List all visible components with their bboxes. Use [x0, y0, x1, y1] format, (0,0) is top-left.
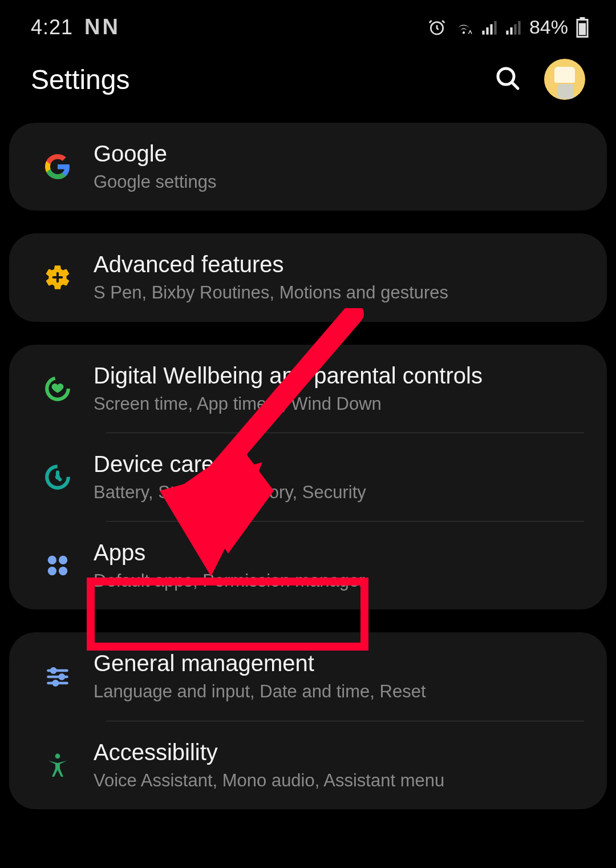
device-care-icon: [32, 463, 83, 491]
svg-rect-8: [518, 21, 520, 34]
row-subtitle: Voice Assistant, Mono audio, Assistant m…: [94, 769, 578, 792]
row-title: General management: [94, 649, 578, 677]
settings-row-accessibility[interactable]: Accessibility Voice Assistant, Mono audi…: [9, 721, 607, 809]
settings-content: Google Google settings Advanced features…: [0, 123, 616, 809]
signal-icon-2: [505, 19, 521, 35]
svg-rect-5: [506, 30, 508, 34]
svg-point-17: [59, 556, 67, 564]
svg-rect-4: [494, 21, 496, 34]
row-title: Digital Wellbeing and parental controls: [94, 362, 578, 389]
row-subtitle: Default apps, Permission manager: [94, 570, 578, 592]
apps-grid-icon: [32, 552, 83, 579]
row-subtitle: Screen time, App timers, Wind Down: [94, 393, 578, 415]
svg-rect-11: [579, 23, 586, 35]
svg-rect-2: [486, 27, 488, 35]
svg-point-23: [55, 754, 60, 759]
status-left: 4:21 N N: [31, 15, 116, 39]
settings-group: General management Language and input, D…: [9, 632, 607, 809]
settings-row-apps[interactable]: Apps Default apps, Permission manager: [9, 522, 607, 609]
battery-percentage: 84%: [529, 16, 568, 38]
row-title: Google: [94, 140, 578, 167]
notif-icon-2: N: [103, 15, 116, 39]
settings-group: Advanced features S Pen, Bixby Routines,…: [9, 233, 607, 321]
wifi-icon: [454, 19, 473, 36]
sliders-icon: [32, 664, 83, 689]
svg-point-21: [60, 675, 64, 679]
svg-point-15: [55, 475, 60, 479]
row-subtitle: S Pen, Bixby Routines, Motions and gestu…: [94, 281, 578, 304]
row-subtitle: Battery, Storage, Memory, Security: [94, 481, 578, 504]
gear-plus-icon: [32, 263, 83, 292]
settings-group: Google Google settings: [9, 123, 607, 211]
svg-point-19: [59, 567, 67, 575]
status-time: 4:21: [31, 15, 73, 39]
signal-icon-1: [481, 19, 497, 35]
row-title: Advanced features: [94, 251, 578, 278]
settings-group: Digital Wellbeing and parental controls …: [9, 345, 607, 610]
svg-point-20: [51, 668, 55, 672]
notif-icon-1: N: [84, 15, 98, 39]
status-bar: 4:21 N N 84%: [0, 0, 616, 47]
settings-row-google[interactable]: Google Google settings: [9, 123, 607, 211]
battery-icon: [576, 17, 589, 38]
alarm-icon: [428, 18, 446, 37]
row-title: Accessibility: [94, 738, 578, 766]
notification-icons: N N: [84, 15, 116, 39]
svg-rect-3: [490, 24, 492, 34]
accessibility-icon: [32, 752, 83, 779]
svg-rect-6: [510, 27, 512, 35]
page-title: Settings: [31, 64, 494, 95]
settings-row-digital-wellbeing[interactable]: Digital Wellbeing and parental controls …: [9, 345, 607, 433]
row-title: Device care: [94, 450, 578, 478]
svg-point-16: [48, 556, 56, 564]
svg-rect-1: [482, 30, 484, 34]
row-title: Apps: [94, 539, 578, 566]
svg-point-18: [48, 567, 56, 575]
row-subtitle: Language and input, Date and time, Reset: [94, 680, 578, 703]
settings-row-device-care[interactable]: Device care Battery, Storage, Memory, Se…: [9, 433, 607, 521]
wellbeing-icon: [32, 374, 83, 403]
svg-point-22: [54, 681, 58, 685]
profile-avatar[interactable]: [544, 59, 585, 100]
settings-row-advanced-features[interactable]: Advanced features S Pen, Bixby Routines,…: [9, 233, 607, 321]
app-header: Settings: [0, 47, 616, 123]
status-right: 84%: [428, 16, 589, 38]
search-button[interactable]: [494, 64, 521, 94]
row-subtitle: Google settings: [94, 171, 578, 193]
settings-row-general-management[interactable]: General management Language and input, D…: [9, 632, 607, 720]
google-g-icon: [32, 153, 83, 180]
svg-rect-7: [514, 24, 516, 34]
